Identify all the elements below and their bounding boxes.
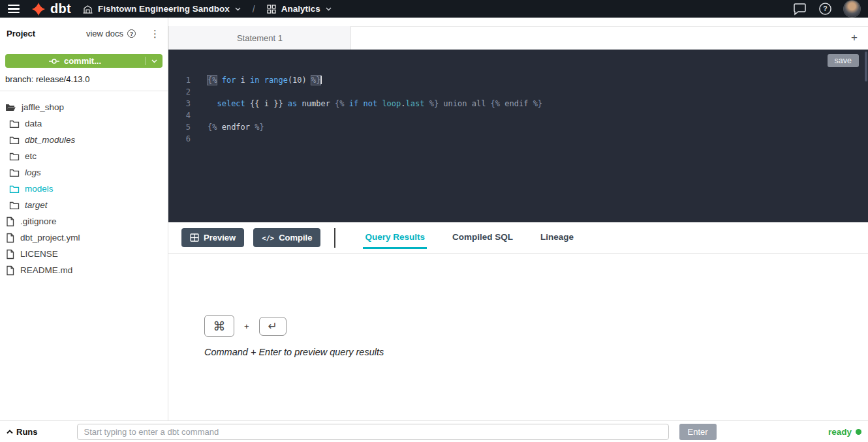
building-icon bbox=[83, 5, 93, 14]
new-tab-button[interactable]: + bbox=[846, 26, 863, 50]
line-number: 3 bbox=[168, 98, 191, 110]
sidebar-header: Project view docs ? ⋮ bbox=[0, 18, 168, 50]
tab-compiled-sql[interactable]: Compiled SQL bbox=[450, 227, 515, 249]
dbt-command-input[interactable] bbox=[77, 424, 669, 440]
results-panel: Preview </> Compile Query Results Compil… bbox=[168, 222, 868, 420]
help-icon[interactable]: ? bbox=[818, 2, 832, 16]
folder-icon bbox=[9, 135, 20, 145]
compile-button[interactable]: </> Compile bbox=[253, 228, 320, 247]
kebab-menu-icon[interactable]: ⋮ bbox=[150, 29, 160, 38]
preview-button[interactable]: Preview bbox=[181, 228, 244, 247]
editor-scrollbar[interactable] bbox=[865, 52, 867, 81]
file-tree: jaffle_shopdatadbt_modulesetclogsmodelst… bbox=[0, 99, 168, 278]
status-dot bbox=[856, 429, 861, 435]
view-docs-link[interactable]: view docs ? bbox=[86, 29, 136, 38]
runs-toggle[interactable]: Runs bbox=[7, 427, 38, 437]
chevron-down-icon bbox=[235, 7, 241, 11]
tree-item-label: dbt_project.yml bbox=[20, 233, 80, 243]
git-commit-icon bbox=[49, 57, 59, 65]
table-icon bbox=[190, 233, 199, 242]
tree-item-data[interactable]: data bbox=[0, 115, 168, 132]
shortcut-hint: ⌘ + ↵ bbox=[204, 315, 868, 337]
tree-item-dbt_project.yml[interactable]: dbt_project.yml bbox=[0, 229, 168, 246]
commit-button[interactable]: commit... bbox=[5, 54, 163, 68]
results-toolbar: Preview </> Compile Query Results Compil… bbox=[168, 222, 868, 254]
tree-item-logs[interactable]: logs bbox=[0, 164, 168, 181]
code-editor[interactable]: save 1{% for i in range(10) %}23 select … bbox=[168, 50, 868, 222]
topbar: dbt Fishtown Engineering Sandbox / Analy… bbox=[0, 0, 868, 18]
project-name: Analytics bbox=[281, 4, 320, 14]
folder-icon bbox=[9, 184, 20, 194]
account-menu[interactable]: Fishtown Engineering Sandbox bbox=[83, 4, 241, 14]
line-number: 5 bbox=[168, 121, 191, 133]
dbt-logo-icon bbox=[31, 2, 46, 16]
grid-icon bbox=[267, 5, 276, 14]
main-area: Project view docs ? ⋮ commit... branch: … bbox=[0, 18, 868, 420]
tree-item-label: logs bbox=[25, 168, 41, 177]
runs-label: Runs bbox=[16, 427, 38, 437]
tree-item-LICENSE[interactable]: LICENSE bbox=[0, 246, 168, 262]
tree-item-README.md[interactable]: README.md bbox=[0, 262, 168, 278]
shortcut-hint-text: Command + Enter to preview query results bbox=[204, 347, 868, 357]
status-text: ready bbox=[828, 427, 852, 437]
editor-column: Statement 1 + save 1{% for i in range(10… bbox=[168, 18, 868, 420]
commit-dropdown-button[interactable] bbox=[146, 59, 163, 63]
chevron-up-icon bbox=[7, 430, 13, 434]
account-name: Fishtown Engineering Sandbox bbox=[98, 4, 230, 14]
code-line-5: 5{% endfor %} bbox=[168, 121, 868, 133]
tree-item-label: .gitignore bbox=[20, 216, 57, 226]
dbt-logo[interactable]: dbt bbox=[31, 2, 71, 16]
tree-item-label: models bbox=[25, 184, 54, 194]
tree-item-models[interactable]: models bbox=[0, 181, 168, 197]
commit-button-label: commit... bbox=[64, 56, 101, 66]
folder-open-icon bbox=[5, 102, 16, 113]
dbt-logo-text: dbt bbox=[50, 2, 71, 15]
enter-key-icon: ↵ bbox=[259, 317, 287, 336]
tree-item-.gitignore[interactable]: .gitignore bbox=[0, 213, 168, 229]
project-menu[interactable]: Analytics bbox=[267, 4, 332, 14]
code-icon: </> bbox=[262, 234, 274, 242]
tree-item-target[interactable]: target bbox=[0, 197, 168, 213]
view-docs-info-icon: ? bbox=[127, 29, 136, 38]
code-line-1: 1{% for i in range(10) %} bbox=[168, 74, 868, 86]
editor-tab-statement-1[interactable]: Statement 1 bbox=[168, 26, 351, 50]
tab-lineage[interactable]: Lineage bbox=[538, 227, 576, 249]
code-line-6: 6 bbox=[168, 133, 868, 145]
user-avatar[interactable] bbox=[844, 1, 860, 17]
tree-item-jaffle_shop[interactable]: jaffle_shop bbox=[0, 99, 168, 115]
folder-icon bbox=[9, 151, 20, 162]
hamburger-menu-icon[interactable] bbox=[8, 3, 20, 15]
status-indicator: ready bbox=[828, 427, 861, 437]
tree-item-label: etc bbox=[25, 151, 37, 161]
folder-icon bbox=[9, 168, 20, 178]
chat-icon[interactable] bbox=[793, 3, 807, 16]
chevron-down-icon bbox=[326, 7, 332, 11]
branch-label: branch: release/4.13.0 bbox=[5, 74, 163, 84]
results-content: ⌘ + ↵ Command + Enter to preview query r… bbox=[168, 254, 868, 357]
svg-text:?: ? bbox=[823, 5, 827, 12]
folder-icon bbox=[9, 119, 20, 129]
file-icon bbox=[5, 233, 15, 243]
plus-sign: + bbox=[244, 321, 249, 331]
file-icon bbox=[5, 249, 15, 259]
tree-item-etc[interactable]: etc bbox=[0, 148, 168, 164]
tree-item-dbt_modules[interactable]: dbt_modules bbox=[0, 132, 168, 148]
save-button[interactable]: save bbox=[828, 54, 859, 67]
sidebar-title: Project bbox=[7, 29, 35, 38]
line-number: 6 bbox=[168, 133, 191, 145]
line-number: 2 bbox=[168, 86, 191, 98]
tree-item-label: data bbox=[25, 119, 42, 128]
cmd-key-icon: ⌘ bbox=[204, 315, 234, 337]
toolbar-divider bbox=[334, 228, 335, 248]
results-tabs: Query Results Compiled SQL Lineage bbox=[363, 222, 576, 253]
file-icon bbox=[5, 216, 15, 227]
enter-button[interactable]: Enter bbox=[679, 424, 717, 440]
folder-icon bbox=[9, 200, 20, 211]
code-lines[interactable]: 1{% for i in range(10) %}23 select {{ i … bbox=[168, 50, 868, 145]
sidebar: Project view docs ? ⋮ commit... branch: … bbox=[0, 18, 168, 420]
tree-item-label: jaffle_shop bbox=[22, 102, 64, 112]
tab-query-results[interactable]: Query Results bbox=[363, 227, 427, 249]
line-number: 4 bbox=[168, 110, 191, 121]
sidebar-divider bbox=[0, 91, 168, 91]
breadcrumb-separator: / bbox=[253, 4, 255, 14]
